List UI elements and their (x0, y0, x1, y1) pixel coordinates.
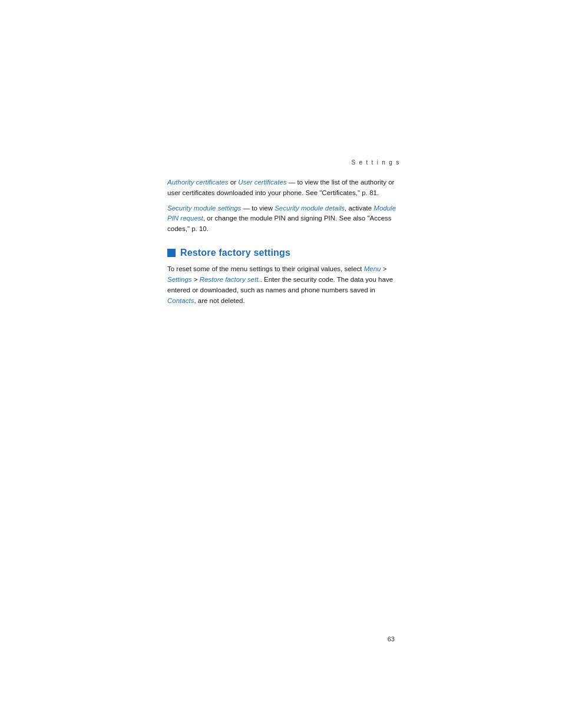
user-certificates-link[interactable]: User certificates (238, 179, 286, 186)
settings-header: S e t t i n g s (167, 156, 400, 167)
paragraph-security-module: Security module settings — to view Secur… (167, 203, 400, 235)
security-module-settings-link[interactable]: Security module settings (167, 205, 241, 212)
content-area: S e t t i n g s Authority certificates o… (167, 156, 400, 311)
paragraph-certificates: Authority certificates or User certifica… (167, 177, 400, 199)
contacts-link[interactable]: Contacts (167, 297, 194, 304)
settings-header-text: S e t t i n g s (351, 159, 400, 166)
section-icon (167, 249, 176, 257)
page-number: 63 (388, 635, 395, 643)
menu-link[interactable]: Menu (364, 265, 381, 272)
section-heading-text: Restore factory settings (180, 248, 290, 258)
section-heading: Restore factory settings (167, 248, 400, 258)
authority-certificates-link[interactable]: Authority certificates (167, 179, 229, 186)
security-module-details-link[interactable]: Security module details (275, 205, 345, 212)
settings-link[interactable]: Settings (167, 276, 192, 283)
restore-factory-sett-link[interactable]: Restore factory sett. (200, 276, 260, 283)
page-container: S e t t i n g s Authority certificates o… (0, 0, 562, 728)
paragraph-restore: To reset some of the menu settings to th… (167, 264, 400, 306)
